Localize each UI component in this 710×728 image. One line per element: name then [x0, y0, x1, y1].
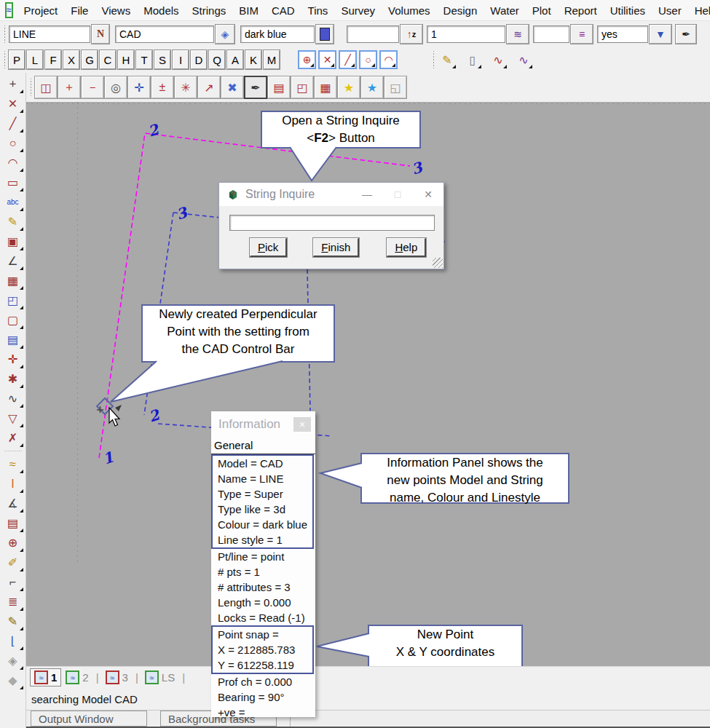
cad-cross-icon[interactable]: ✕: [318, 50, 336, 69]
info-row[interactable]: Model = CAD: [213, 456, 312, 471]
menu-utilities[interactable]: Utilities: [604, 1, 652, 20]
edit-string-icon[interactable]: ✎: [2, 212, 24, 232]
text-frame-icon[interactable]: I: [2, 474, 24, 494]
info-row[interactable]: Prof ch = 0.000: [211, 674, 315, 689]
menu-help[interactable]: Help: [688, 1, 710, 20]
freehand-draw-icon[interactable]: ≈: [2, 454, 24, 474]
info-row[interactable]: # attributes = 3: [211, 579, 315, 595]
menu-report[interactable]: Report: [558, 1, 604, 20]
copy-objects-icon[interactable]: ◰: [2, 290, 24, 310]
bearing-tool-icon[interactable]: ∡: [2, 494, 24, 513]
cad-letter-x-button[interactable]: X: [63, 50, 79, 69]
dialog-minimize-button[interactable]: —: [352, 189, 382, 200]
model-input[interactable]: [115, 25, 214, 43]
insert-image-icon[interactable]: ▤: [2, 330, 24, 349]
zoom-dynamic-icon[interactable]: ±: [151, 76, 173, 98]
name-picker-button[interactable]: N: [92, 25, 109, 44]
copy-view-icon[interactable]: ◰: [291, 76, 313, 98]
info-row[interactable]: # pts = 1: [211, 564, 315, 579]
menu-design[interactable]: Design: [437, 1, 484, 20]
create-arc-icon[interactable]: ◠: [2, 153, 24, 173]
cad-letter-k-button[interactable]: K: [245, 50, 261, 69]
delete-point-icon[interactable]: ✗: [2, 428, 24, 448]
create-polygon-icon[interactable]: ▢: [2, 310, 24, 330]
info-row[interactable]: +ve =: [211, 705, 315, 720]
cad-line-icon[interactable]: ╱: [339, 50, 357, 69]
info-row[interactable]: Y = 612258.119: [213, 657, 312, 673]
info-row[interactable]: Type = Super: [213, 486, 312, 502]
height-input[interactable]: [347, 25, 399, 43]
point-on-line-icon[interactable]: ✱: [2, 369, 24, 389]
tin-function-icon[interactable]: ◈: [2, 651, 24, 670]
favourites-yellow-star-icon[interactable]: ★: [338, 76, 360, 98]
cascade-windows-icon[interactable]: ◫: [35, 76, 57, 98]
string-draw-icon[interactable]: ✎: [438, 50, 457, 69]
dialog-finish-button[interactable]: Finish: [313, 238, 359, 257]
menu-cad[interactable]: CAD: [265, 1, 301, 20]
cad-letter-t-button[interactable]: T: [136, 50, 152, 69]
menu-plot[interactable]: Plot: [526, 1, 558, 20]
tin-input[interactable]: [533, 25, 569, 43]
zoom-out-icon[interactable]: －: [82, 76, 103, 98]
zoom-in-icon[interactable]: ＋: [58, 76, 80, 98]
cad-point-icon[interactable]: ⊕: [298, 50, 316, 69]
create-point-icon[interactable]: ▣: [2, 232, 24, 251]
pencil-set-icon[interactable]: ✎: [2, 612, 24, 631]
height-z-icon[interactable]: ↑z: [401, 25, 422, 44]
cad-letter-a-button[interactable]: A: [227, 50, 243, 69]
move-objects-icon[interactable]: ✛: [2, 349, 24, 369]
menu-water[interactable]: Water: [484, 1, 525, 20]
cad-letter-l-button[interactable]: L: [27, 50, 43, 69]
dialog-resize-grip[interactable]: [433, 258, 443, 268]
pan-icon[interactable]: ✛: [128, 76, 150, 98]
zoom-pick-icon[interactable]: ↗: [198, 76, 220, 98]
cad-letter-m-button[interactable]: M: [264, 50, 280, 69]
string-name-input[interactable]: [9, 25, 90, 43]
grid-table-icon[interactable]: ▦: [2, 271, 24, 290]
info-row[interactable]: Pt/line = point: [211, 549, 315, 564]
info-row[interactable]: Colour = dark blue: [213, 517, 312, 532]
info-row[interactable]: Type like = 3d: [213, 502, 312, 517]
hatch-rail-icon[interactable]: ≣: [2, 592, 24, 612]
menu-tins[interactable]: Tins: [301, 1, 335, 20]
dialog-close-button[interactable]: ✕: [413, 189, 443, 200]
toggle-snap-icon[interactable]: ✖: [221, 76, 243, 98]
snap-move-icon[interactable]: ＋: [2, 74, 24, 94]
info-row[interactable]: Line style = 1: [213, 532, 312, 547]
menu-volumes[interactable]: Volumes: [382, 1, 437, 20]
string-purple-icon[interactable]: ∿: [514, 50, 533, 69]
information-close-button[interactable]: ✕: [293, 417, 311, 432]
model-grid-icon[interactable]: ▦: [315, 76, 336, 98]
create-circle-icon[interactable]: ○: [2, 133, 24, 153]
plan-view-canvas[interactable]: 23132 Open a String Inquire<F2> ButtonNe…: [26, 102, 710, 666]
string-inquire-input[interactable]: [229, 215, 435, 231]
tin-chooser-icon[interactable]: ≡: [571, 25, 593, 44]
centre-point-icon[interactable]: ⊕: [2, 533, 24, 553]
create-shield-icon[interactable]: ▽: [2, 408, 24, 428]
cad-letter-s-button[interactable]: S: [154, 50, 170, 69]
view-tab-ls[interactable]: ≈LS: [141, 669, 178, 686]
linestyle-line-icon[interactable]: ∿: [2, 389, 24, 408]
dialog-title-bar[interactable]: 12 String Inquire — □ ✕: [219, 183, 443, 206]
menu-survey[interactable]: Survey: [334, 1, 382, 20]
taskbar-output-window-button[interactable]: Output Window: [31, 711, 147, 727]
information-title-bar[interactable]: Information ✕: [211, 411, 315, 438]
dialog-pick-button[interactable]: Pick: [250, 238, 287, 257]
menu-bim[interactable]: BIM: [232, 1, 265, 20]
redraw-brush-icon[interactable]: ✒: [245, 76, 267, 98]
cad-letter-h-button[interactable]: H: [118, 50, 134, 69]
view-tab-3[interactable]: ≈3: [102, 669, 132, 686]
menu-file[interactable]: File: [64, 1, 95, 20]
angle-lines-icon[interactable]: ⌐: [2, 572, 24, 592]
colour-input[interactable]: [240, 25, 315, 43]
cad-letter-c-button[interactable]: C: [100, 50, 116, 69]
info-row[interactable]: X = 212885.783: [213, 642, 312, 657]
model-chooser-icon[interactable]: ◈: [216, 25, 234, 44]
window-layout-icon[interactable]: ◱: [384, 76, 406, 98]
point-numbers-input[interactable]: [597, 25, 648, 43]
view-tab-1[interactable]: ≈1: [30, 668, 61, 687]
cad-letter-q-button[interactable]: Q: [209, 50, 225, 69]
info-row[interactable]: Locks = Read (-1): [211, 610, 315, 625]
favourites-blue-star-icon[interactable]: ★: [361, 76, 383, 98]
dialog-help-button[interactable]: Help: [387, 238, 426, 257]
